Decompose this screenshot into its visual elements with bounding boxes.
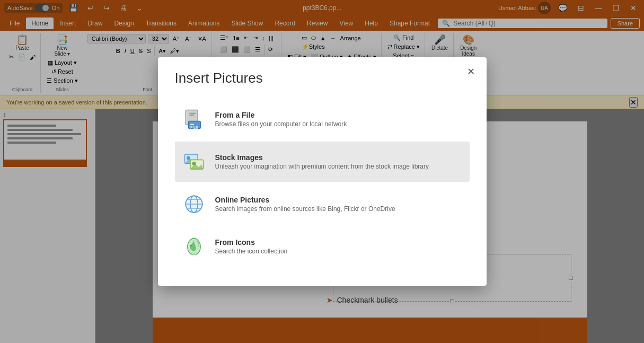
online-pictures-icon bbox=[181, 191, 207, 217]
modal-item-online[interactable]: Online Pictures Search images from onlin… bbox=[175, 184, 470, 224]
online-pictures-title: Online Pictures bbox=[215, 196, 395, 204]
modal-overlay[interactable]: ✕ Insert Pictures FILE From a File Brows… bbox=[0, 0, 644, 343]
online-pictures-text: Online Pictures Search images from onlin… bbox=[215, 196, 395, 213]
svg-rect-3 bbox=[189, 115, 194, 116]
modal-item-stock[interactable]: Stock Images Unleash your imagination wi… bbox=[175, 142, 470, 182]
from-file-icon: FILE bbox=[181, 107, 207, 132]
stock-images-text: Stock Images Unleash your imagination wi… bbox=[215, 153, 429, 170]
from-icons-desc: Search the icon collection bbox=[215, 248, 288, 255]
modal-item-icons[interactable]: From Icons Search the icon collection bbox=[175, 226, 470, 267]
svg-text:FILE: FILE bbox=[190, 126, 198, 129]
stock-images-title: Stock Images bbox=[215, 153, 429, 162]
from-icons-text: From Icons Search the icon collection bbox=[215, 238, 288, 255]
online-pictures-desc: Search images from online sources like B… bbox=[215, 205, 395, 213]
svg-rect-4 bbox=[190, 124, 194, 125]
svg-rect-2 bbox=[189, 113, 196, 114]
stock-images-icon bbox=[181, 149, 207, 174]
modal-title: Insert Pictures bbox=[175, 70, 470, 86]
from-file-text: From a File Browse files on your compute… bbox=[215, 111, 347, 128]
modal-close-button[interactable]: ✕ bbox=[463, 64, 479, 80]
from-icons-icon bbox=[181, 234, 207, 259]
from-file-title: From a File bbox=[215, 111, 347, 119]
modal-item-file[interactable]: FILE From a File Browse files on your co… bbox=[175, 99, 470, 139]
insert-pictures-modal: ✕ Insert Pictures FILE From a File Brows… bbox=[158, 57, 487, 286]
svg-point-17 bbox=[190, 245, 192, 247]
from-file-desc: Browse files on your computer or local n… bbox=[215, 120, 347, 128]
from-icons-title: From Icons bbox=[215, 238, 288, 247]
stock-images-desc: Unleash your imagination with premium co… bbox=[215, 163, 429, 170]
